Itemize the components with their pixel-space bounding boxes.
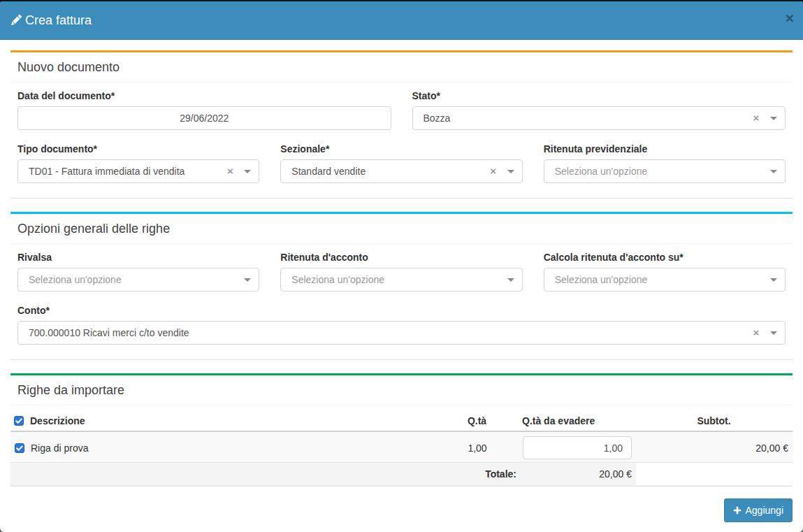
section-righe-da-importare: Righe da importare xyxy=(10,373,793,486)
ritenuta-previdenziale-dropdown-arrow-icon xyxy=(770,170,777,173)
row-qta-da-evadere-cell xyxy=(519,431,636,463)
conto-dropdown-arrow-icon xyxy=(770,331,777,335)
tipo-documento-select[interactable]: TD01 - Fattura immediata di vendita × xyxy=(17,159,259,183)
section-title-righe-da-importare: Righe da importare xyxy=(17,382,786,398)
row-qta: 1,00 xyxy=(436,431,519,463)
section-nuovo-documento-body: Data del documento* Stato* Bozza × xyxy=(10,82,793,198)
tipo-documento-select-value: TD01 - Fattura immediata di vendita xyxy=(18,160,259,182)
ritenuta-previdenziale-select[interactable]: Seleziona un'opzione xyxy=(544,159,786,183)
header-descrizione-cell: Descrizione xyxy=(10,405,436,431)
add-button[interactable]: Aggiungi xyxy=(724,498,793,522)
rivalsa-select[interactable]: Seleziona un'opzione xyxy=(17,268,259,292)
ritenuta-acconto-dropdown-arrow-icon xyxy=(507,278,514,282)
modal-body: Nuovo documento Data del documento* Stat… xyxy=(0,40,803,532)
conto-select-value: 700.000010 Ricavi merci c/to vendite xyxy=(18,322,785,344)
stato-label: Stato* xyxy=(412,89,786,103)
sezionale-clear-icon[interactable]: × xyxy=(488,160,499,182)
section-title-opzioni-generali: Opzioni generali delle righe xyxy=(17,221,786,236)
modal-title: Crea fattura xyxy=(10,12,793,29)
pencil-icon xyxy=(10,15,22,27)
stato-select-value: Bozza xyxy=(413,107,786,129)
calcola-ritenuta-label: Calcola ritenuta d'acconto su* xyxy=(544,250,786,264)
field-calcola-ritenuta: Calcola ritenuta d'acconto su* Seleziona… xyxy=(544,250,786,292)
section-title-nuovo-documento: Nuovo documento xyxy=(17,59,786,75)
field-sezionale: Sezionale* Standard vendite × xyxy=(280,142,522,183)
sezionale-label: Sezionale* xyxy=(280,142,522,156)
rivalsa-dropdown-arrow-icon xyxy=(244,278,251,282)
conto-label: Conto* xyxy=(17,303,786,317)
header-descrizione: Descrizione xyxy=(30,414,85,428)
header-subtot: Subtot. xyxy=(636,405,793,431)
ritenuta-previdenziale-label: Ritenuta previdenziale xyxy=(544,142,786,156)
calcola-ritenuta-select-placeholder: Seleziona un'opzione xyxy=(544,268,785,291)
stato-clear-icon[interactable]: × xyxy=(751,107,762,129)
row-checkbox[interactable] xyxy=(15,443,24,453)
table-row: Riga di prova 1,00 20,00 € xyxy=(10,431,793,463)
table-header-row: Descrizione Q.tà Q.tà da evadere Subtot. xyxy=(10,405,793,431)
tipo-documento-clear-icon[interactable]: × xyxy=(224,160,236,182)
footer-blank-cell xyxy=(636,463,793,486)
ritenuta-acconto-label: Ritenuta d'acconto xyxy=(280,250,522,264)
import-rows-table: Descrizione Q.tà Q.tà da evadere Subtot. xyxy=(10,405,793,486)
section-righe-header: Righe da importare xyxy=(10,375,793,405)
totale-value: 20,00 € xyxy=(519,463,636,486)
conto-select[interactable]: 700.000010 Ricavi merci c/to vendite × xyxy=(17,321,786,345)
field-rivalsa: Rivalsa Seleziona un'opzione xyxy=(17,250,259,292)
sezionale-select[interactable]: Standard vendite × xyxy=(280,159,522,183)
data-documento-label: Data del documento* xyxy=(17,89,391,103)
section-nuovo-documento-header: Nuovo documento xyxy=(10,52,793,82)
modal-title-text: Crea fattura xyxy=(25,12,92,29)
plus-icon xyxy=(733,506,741,515)
section-opzioni-generali-body: Rivalsa Seleziona un'opzione Ritenuta d'… xyxy=(10,244,793,359)
select-all-checkbox[interactable] xyxy=(14,416,24,426)
sezionale-select-value: Standard vendite xyxy=(281,160,521,182)
qta-da-evadere-input[interactable] xyxy=(523,436,632,459)
section-opzioni-generali: Opzioni generali delle righe Rivalsa Sel… xyxy=(10,212,793,359)
actions-row: Aggiungi xyxy=(10,498,793,522)
calcola-ritenuta-select[interactable]: Seleziona un'opzione xyxy=(544,268,786,292)
row-descrizione-cell: Riga di prova xyxy=(10,431,436,463)
data-documento-input[interactable] xyxy=(17,106,391,130)
row-descrizione: Riga di prova xyxy=(31,441,89,455)
field-data-documento: Data del documento* xyxy=(17,89,391,130)
ritenuta-previdenziale-select-placeholder: Seleziona un'opzione xyxy=(544,160,785,182)
field-stato: Stato* Bozza × xyxy=(412,89,786,130)
field-conto: Conto* 700.000010 Ricavi merci c/to vend… xyxy=(17,303,786,345)
ritenuta-acconto-select[interactable]: Seleziona un'opzione xyxy=(280,268,522,292)
tipo-documento-label: Tipo documento* xyxy=(17,142,259,156)
stato-dropdown-arrow-icon xyxy=(770,117,777,120)
totale-label: Totale: xyxy=(10,463,519,486)
section-righe-body: Descrizione Q.tà Q.tà da evadere Subtot. xyxy=(10,405,793,486)
field-ritenuta-acconto: Ritenuta d'acconto Seleziona un'opzione xyxy=(280,250,522,292)
close-button[interactable]: × xyxy=(786,10,794,25)
add-button-label: Aggiungi xyxy=(746,503,784,517)
field-ritenuta-previdenziale: Ritenuta previdenziale Seleziona un'opzi… xyxy=(544,142,786,183)
header-qta-da-evadere: Q.tà da evadere xyxy=(519,405,636,431)
section-opzioni-generali-header: Opzioni generali delle righe xyxy=(10,214,793,244)
table-footer-row: Totale: 20,00 € xyxy=(10,463,793,486)
stato-select[interactable]: Bozza × xyxy=(412,106,786,130)
rivalsa-select-placeholder: Seleziona un'opzione xyxy=(18,268,259,291)
modal-header: Crea fattura × xyxy=(0,1,803,40)
rivalsa-label: Rivalsa xyxy=(17,250,259,264)
row-subtot: 20,00 € xyxy=(636,431,793,463)
header-qta: Q.tà xyxy=(436,405,519,431)
calcola-ritenuta-dropdown-arrow-icon xyxy=(770,278,777,282)
create-invoice-modal: Crea fattura × Nuovo documento Data del … xyxy=(0,1,803,532)
ritenuta-acconto-select-placeholder: Seleziona un'opzione xyxy=(281,268,521,291)
conto-clear-icon[interactable]: × xyxy=(751,322,762,344)
field-tipo-documento: Tipo documento* TD01 - Fattura immediata… xyxy=(17,142,259,183)
section-nuovo-documento: Nuovo documento Data del documento* Stat… xyxy=(10,50,793,198)
sezionale-dropdown-arrow-icon xyxy=(507,170,514,173)
tipo-documento-dropdown-arrow-icon xyxy=(244,170,251,173)
